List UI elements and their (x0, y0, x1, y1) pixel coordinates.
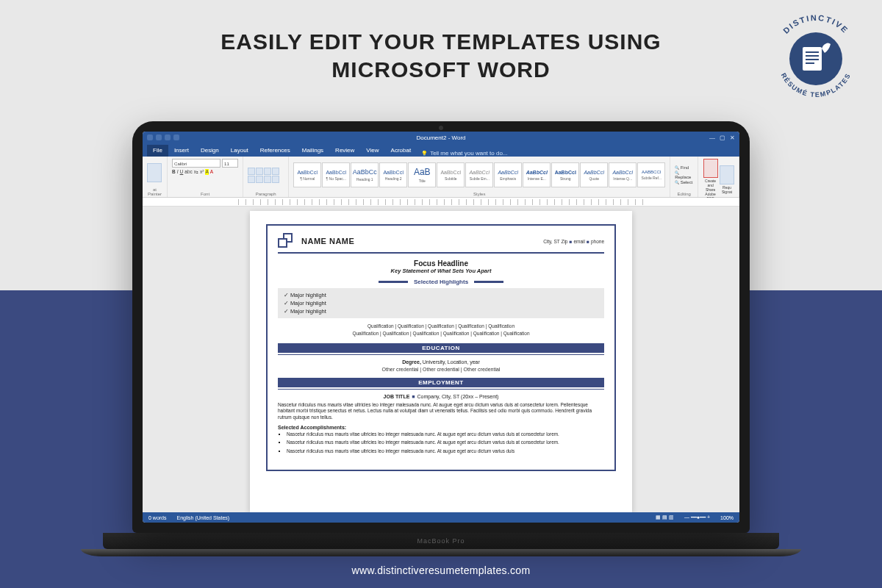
sub-button[interactable]: x₂ (194, 169, 198, 175)
page[interactable]: NAME NAME City, ST Zip■email■phone Focus… (250, 211, 632, 512)
group-font: Calibri 11 B I U abc x₂ x² A (168, 157, 243, 197)
qat-icons[interactable] (147, 135, 179, 140)
group-clipboard: at Painter (143, 157, 168, 197)
ribbon: at Painter Calibri 11 B I U (143, 157, 739, 198)
highlight-item[interactable]: Major highlight (284, 307, 598, 315)
underline-button[interactable]: U (180, 169, 184, 175)
style-strong[interactable]: AaBbCcIStrong (551, 162, 579, 187)
group-clipboard-label: at Painter (147, 187, 162, 196)
svg-rect-5 (806, 62, 814, 64)
laptop-mockup: Document2 - Word —▢✕ File Insert Design … (132, 121, 750, 556)
divider (278, 354, 604, 355)
highlight-item[interactable]: Major highlight (284, 299, 598, 307)
resume-contact[interactable]: City, ST Zip■email■phone (543, 239, 604, 244)
focus-headline[interactable]: Focus Headline (278, 259, 604, 268)
adobe-sign-button[interactable]: Requ Signat (720, 165, 734, 194)
strike-button[interactable]: abc (184, 169, 192, 175)
style-subtleem[interactable]: AaBbCcISubtle Em... (465, 162, 493, 187)
tab-review[interactable]: Review (329, 145, 360, 157)
zoom-slider[interactable]: — ━━●━━ + (684, 514, 710, 520)
style-normal[interactable]: AaBbCcI¶ Normal (293, 162, 321, 187)
status-words[interactable]: 0 words (148, 515, 167, 520)
accomplishments-list[interactable]: Nascetur ridiculus mus mauris vitae ultr… (278, 431, 604, 455)
style-title[interactable]: AaBTitle (408, 162, 436, 187)
find-button[interactable]: Find (675, 165, 693, 170)
key-statement[interactable]: Key Statement of What Sets You Apart (278, 268, 604, 274)
tab-mailings[interactable]: Mailings (296, 145, 329, 157)
job-paragraph[interactable]: Nascetur ridiculus mus mauris vitae ultr… (278, 402, 604, 421)
resume-name[interactable]: NAME NAME (301, 237, 354, 245)
accomplishments-label: Selected Accomplishments: (278, 425, 604, 430)
style-quote[interactable]: AaBbCcIQuote (580, 162, 608, 187)
styles-gallery[interactable]: AaBbCcI¶ Normal AaBbCcI¶ No Spac... AaBb… (293, 162, 665, 187)
style-intenseem[interactable]: AaBbCcIIntense E... (523, 162, 551, 187)
style-heading2[interactable]: AaBbCcIHeading 2 (379, 162, 407, 187)
style-heading1[interactable]: AaBbCcHeading 1 (351, 162, 379, 187)
italic-button[interactable]: I (177, 169, 179, 175)
status-lang[interactable]: English (United States) (177, 515, 230, 520)
select-button[interactable]: Select (675, 180, 693, 184)
style-subtleref[interactable]: AABBCCISubtle Ref... (637, 162, 665, 187)
style-nospacing[interactable]: AaBbCcI¶ No Spac... (322, 162, 350, 187)
education-heading: EDUCATION (278, 343, 604, 353)
promo-headline: EASILY EDIT YOUR TEMPLATES USING MICROSO… (0, 28, 882, 83)
group-styles-label: Styles (293, 191, 665, 196)
doc-title: Document2 - Word (417, 135, 466, 141)
job-line[interactable]: JOB TITLE■Company, City, ST (20xx – Pres… (278, 394, 604, 399)
fontcolor-button[interactable]: A (210, 169, 213, 175)
highlights-box[interactable]: Major highlight Major highlight Major hi… (278, 288, 604, 318)
qualifications[interactable]: Qualification | Qualification | Qualific… (278, 323, 604, 337)
bullet-item[interactable]: Nascetur ridiculus mus mauris vitae ultr… (287, 431, 604, 438)
tab-references[interactable]: References (254, 145, 296, 157)
style-emphasis[interactable]: AaBbCcIEmphasis (494, 162, 522, 187)
adobe-create-button[interactable]: Create and Share Adobe PDF (703, 159, 718, 201)
tab-layout[interactable]: Layout (225, 145, 254, 157)
font-size-combo[interactable]: 11 (222, 159, 238, 168)
bullet-item[interactable]: Nascetur ridiculus mus mauris vitae ultr… (287, 448, 604, 455)
laptop-screen: Document2 - Word —▢✕ File Insert Design … (143, 132, 739, 523)
contact-phone: phone (591, 239, 604, 244)
sup-button[interactable]: x² (200, 169, 204, 175)
svg-rect-4 (806, 59, 819, 60)
pdf-icon (703, 159, 718, 178)
view-buttons[interactable]: ▦ ▤ ▥ (656, 514, 674, 520)
ruler[interactable] (143, 198, 739, 207)
contact-city: City, ST Zip (543, 239, 567, 244)
tab-insert[interactable]: Insert (168, 145, 195, 157)
education-block[interactable]: Degree, University, Location, year Other… (278, 359, 604, 372)
window-controls[interactable]: —▢✕ (709, 135, 735, 141)
contact-email: email (573, 239, 585, 244)
tellme-search[interactable]: Tell me what you want to do... (421, 150, 507, 157)
bold-button[interactable]: B (172, 169, 176, 175)
footer-url: www.distinctiveresumetemplates.com (0, 564, 882, 576)
job-meta: Company, City, ST (20xx – Present) (417, 394, 499, 399)
highlight-item[interactable]: Major highlight (284, 291, 598, 299)
maximize-icon[interactable]: ▢ (720, 135, 725, 141)
tab-design[interactable]: Design (195, 145, 225, 157)
degree-rest: University, Location, year (421, 359, 480, 365)
laptop-bezel: Document2 - Word —▢✕ File Insert Design … (132, 121, 750, 533)
job-title: JOB TITLE (384, 394, 410, 399)
paste-icon[interactable] (147, 163, 162, 182)
minimize-icon[interactable]: — (709, 135, 715, 141)
resume-logo-icon (278, 233, 294, 249)
sign-icon (720, 165, 734, 184)
tab-acrobat[interactable]: Acrobat (385, 145, 417, 157)
svg-rect-3 (806, 55, 819, 57)
divider (278, 389, 604, 390)
group-font-label: Font (172, 191, 238, 196)
highlight-button[interactable]: A (205, 169, 208, 175)
paragraph-buttons[interactable] (248, 168, 279, 183)
style-subtitle[interactable]: AaBbCcISubtitle (437, 162, 465, 187)
zoom-label[interactable]: 100% (720, 515, 734, 520)
replace-button[interactable]: Replace (675, 171, 693, 179)
svg-rect-2 (806, 51, 819, 53)
tab-file[interactable]: File (147, 145, 168, 157)
document-area[interactable]: NAME NAME City, ST Zip■email■phone Focus… (143, 207, 739, 512)
font-name-combo[interactable]: Calibri (172, 159, 220, 168)
bullet-item[interactable]: Nascetur ridiculus mus mauris vitae ultr… (287, 440, 604, 446)
style-intenseq[interactable]: AaBbCcIIntense Q... (609, 162, 637, 187)
tab-view[interactable]: View (360, 145, 384, 157)
close-icon[interactable]: ✕ (730, 135, 735, 141)
brand-logo: DISTINCTIVE RÉSUMÉ TEMPLATES (772, 15, 860, 103)
